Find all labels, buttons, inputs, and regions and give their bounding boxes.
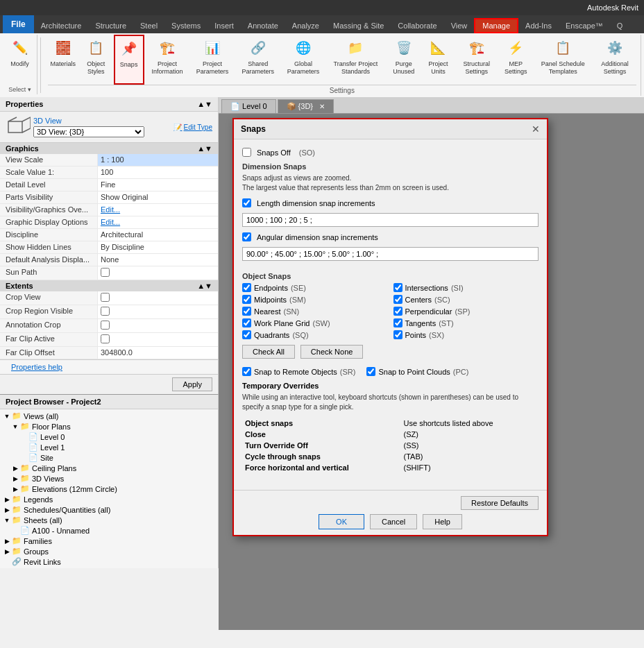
detail-level-value[interactable]: Fine bbox=[97, 179, 218, 191]
snap-points-checkbox[interactable] bbox=[393, 330, 402, 339]
tree-floor-plans[interactable]: ▼ 📁 Floor Plans bbox=[0, 421, 218, 432]
tab-view[interactable]: View bbox=[444, 18, 475, 33]
tree-ceiling-plans[interactable]: ▶ 📁 Ceiling Plans bbox=[0, 463, 218, 473]
crop-view-checkbox[interactable] bbox=[101, 293, 110, 302]
far-clip-value[interactable] bbox=[97, 333, 218, 346]
project-units-btn[interactable]: 📐 Project Units bbox=[423, 35, 454, 85]
dialog-close-btn[interactable]: ✕ bbox=[532, 123, 540, 135]
tab-annotate[interactable]: Annotate bbox=[241, 18, 285, 33]
toggle-schedules[interactable]: ▶ bbox=[3, 506, 11, 513]
graphics-section[interactable]: Graphics ▲▼ bbox=[0, 143, 218, 154]
tab-insert[interactable]: Insert bbox=[207, 18, 241, 33]
tree-legends[interactable]: ▶ 📁 Legends bbox=[0, 494, 218, 504]
annotation-crop-value[interactable] bbox=[97, 319, 218, 332]
structural-settings-btn[interactable]: 🏗️ Structural Settings bbox=[455, 35, 498, 85]
crop-view-value[interactable] bbox=[97, 291, 218, 305]
snap-perpendicular-checkbox[interactable] bbox=[393, 307, 402, 316]
toggle-groups[interactable]: ▶ bbox=[3, 548, 11, 555]
angular-snap-checkbox[interactable] bbox=[242, 232, 251, 241]
purge-btn[interactable]: 🗑️ Purge Unused bbox=[387, 35, 421, 85]
check-all-btn[interactable]: Check All bbox=[242, 345, 295, 359]
toggle-legends[interactable]: ▶ bbox=[3, 496, 11, 503]
tab-q[interactable]: Q bbox=[610, 18, 630, 33]
toggle-3d[interactable]: ▶ bbox=[11, 475, 19, 482]
tree-families[interactable]: ▶ 📁 Families bbox=[0, 536, 218, 546]
parts-visibility-value[interactable]: Show Original bbox=[97, 191, 218, 203]
crop-region-checkbox[interactable] bbox=[101, 307, 110, 316]
snap-intersections-checkbox[interactable] bbox=[393, 283, 402, 292]
snap-nearest-checkbox[interactable] bbox=[242, 307, 251, 316]
view-scale-value[interactable]: 1 : 100 bbox=[97, 154, 218, 166]
cancel-btn[interactable]: Cancel bbox=[370, 514, 417, 529]
check-none-btn[interactable]: Check None bbox=[300, 345, 364, 359]
crop-region-value[interactable] bbox=[97, 305, 218, 318]
tab-addins[interactable]: Add-Ins bbox=[518, 18, 559, 33]
materials-btn[interactable]: 🧱 Materials bbox=[48, 35, 78, 85]
tree-schedules[interactable]: ▶ 📁 Schedules/Quantities (all) bbox=[0, 504, 218, 515]
panel-schedule-btn[interactable]: 📋 Panel Schedule Templates bbox=[534, 35, 592, 85]
discipline-value[interactable]: Architectural bbox=[97, 229, 218, 241]
project-params-btn[interactable]: 📊 Project Parameters bbox=[190, 35, 235, 85]
project-info-btn[interactable]: 🏗️ Project Information bbox=[146, 35, 189, 85]
collapse-icon[interactable]: ▲▼ bbox=[197, 100, 212, 108]
angular-snap-input[interactable] bbox=[242, 247, 539, 261]
toggle-views[interactable]: ▼ bbox=[3, 413, 11, 420]
mep-settings-btn[interactable]: ⚡ MEP Settings bbox=[499, 35, 532, 85]
tree-a100[interactable]: 📄 A100 - Unnamed bbox=[0, 525, 218, 536]
snap-remote-checkbox[interactable] bbox=[242, 367, 251, 376]
tab-steel[interactable]: Steel bbox=[133, 18, 164, 33]
help-btn[interactable]: Help bbox=[423, 514, 462, 529]
snap-centers-checkbox[interactable] bbox=[393, 295, 402, 304]
tree-revit-links[interactable]: 🔗 Revit Links bbox=[0, 556, 218, 567]
tree-level1[interactable]: 📄 Level 1 bbox=[0, 442, 218, 452]
gdo-value[interactable]: Edit... bbox=[97, 216, 218, 228]
toggle-floor-plans[interactable]: ▼ bbox=[11, 423, 19, 430]
hidden-lines-value[interactable]: By Discipline bbox=[97, 241, 218, 253]
extents-section[interactable]: Extents ▲▼ bbox=[0, 280, 218, 291]
toggle-elevations[interactable]: ▶ bbox=[11, 486, 19, 493]
snap-endpoints-checkbox[interactable] bbox=[242, 283, 251, 292]
tree-groups[interactable]: ▶ 📁 Groups bbox=[0, 546, 218, 556]
vg-value[interactable]: Edit... bbox=[97, 204, 218, 216]
ok-btn[interactable]: OK bbox=[319, 514, 364, 529]
modify-btn[interactable]: ✏️ Modify bbox=[5, 35, 35, 85]
snap-quadrants-checkbox[interactable] bbox=[242, 330, 251, 339]
edit-type-btn[interactable]: 📝 Edit Type bbox=[173, 123, 212, 131]
annotation-crop-checkbox[interactable] bbox=[101, 321, 110, 330]
snap-work-plane-checkbox[interactable] bbox=[242, 318, 251, 327]
shared-params-btn[interactable]: 🔗 Shared Parameters bbox=[236, 35, 280, 85]
snap-midpoints-checkbox[interactable] bbox=[242, 295, 251, 304]
length-snap-input[interactable] bbox=[242, 213, 539, 227]
tree-sheets[interactable]: ▼ 📁 Sheets (all) bbox=[0, 515, 218, 525]
far-clip-checkbox[interactable] bbox=[101, 334, 110, 343]
tab-massing[interactable]: Massing & Site bbox=[326, 18, 391, 33]
toggle-families[interactable]: ▶ bbox=[3, 538, 11, 545]
snap-tangents-checkbox[interactable] bbox=[393, 318, 402, 327]
tree-level0[interactable]: 📄 Level 0 bbox=[0, 432, 218, 442]
tab-analyze[interactable]: Analyze bbox=[285, 18, 326, 33]
sun-path-checkbox[interactable] bbox=[101, 268, 110, 277]
view-select[interactable]: 3D View: {3D} bbox=[33, 126, 144, 137]
tree-views-all[interactable]: ▼ 📁 Views (all) bbox=[0, 411, 218, 421]
snaps-off-checkbox[interactable] bbox=[242, 148, 251, 157]
tab-collaborate[interactable]: Collaborate bbox=[391, 18, 443, 33]
snap-clouds-checkbox[interactable] bbox=[366, 367, 375, 376]
global-params-btn[interactable]: 🌐 Global Parameters bbox=[282, 35, 325, 85]
file-tab[interactable]: File bbox=[3, 15, 34, 33]
transfer-btn[interactable]: 📁 Transfer Project Standards bbox=[326, 35, 385, 85]
additional-settings-btn[interactable]: ⚙️ Additional Settings bbox=[593, 35, 636, 85]
length-snap-checkbox[interactable] bbox=[242, 198, 251, 207]
tab-structure[interactable]: Structure bbox=[88, 18, 133, 33]
snaps-btn[interactable]: 📌 Snaps bbox=[114, 35, 144, 85]
properties-help-link[interactable]: Properties help bbox=[6, 360, 68, 374]
tab-architecture[interactable]: Architecture bbox=[34, 18, 89, 33]
tab-systems[interactable]: Systems bbox=[164, 18, 207, 33]
sun-path-value[interactable] bbox=[97, 266, 218, 280]
apply-btn[interactable]: Apply bbox=[172, 377, 212, 391]
restore-defaults-btn[interactable]: Restore Defaults bbox=[461, 496, 539, 510]
tree-site[interactable]: 📄 Site bbox=[0, 452, 218, 463]
tree-elevations[interactable]: ▶ 📁 Elevations (12mm Circle) bbox=[0, 484, 218, 494]
tab-manage[interactable]: Manage bbox=[474, 18, 518, 33]
tab-enscape[interactable]: Enscape™ bbox=[559, 18, 610, 33]
toggle-ceiling[interactable]: ▶ bbox=[11, 465, 19, 472]
